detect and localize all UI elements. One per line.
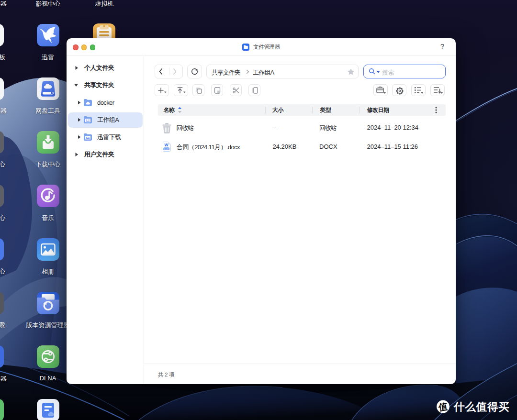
- svg-text:什么值得买: 什么值得买: [453, 401, 510, 413]
- svg-text:值: 值: [438, 401, 449, 413]
- svg-text:W: W: [164, 143, 169, 147]
- svg-text:DOCX: DOCX: [164, 147, 169, 150]
